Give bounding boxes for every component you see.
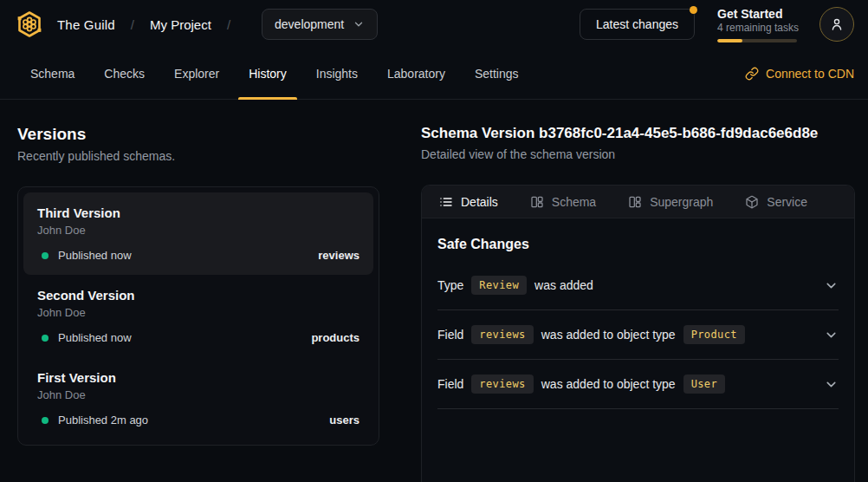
version-service: products xyxy=(311,331,360,344)
version-service: reviews xyxy=(318,249,360,262)
versions-panel: Versions Recently published schemas. Thi… xyxy=(0,100,400,482)
chevron-down-icon[interactable] xyxy=(824,278,839,293)
latest-changes-label: Latest changes xyxy=(596,17,678,31)
published-dot-icon xyxy=(42,335,49,342)
get-started-progressbar xyxy=(717,39,797,42)
schema-version-title: Schema Version b3768fc0-21a4-45e5-b686-f… xyxy=(421,125,855,142)
schema-version-subtitle: Detailed view of the schema version xyxy=(421,147,855,161)
get-started-title: Get Started xyxy=(717,7,797,22)
chevron-down-icon xyxy=(353,18,365,30)
safe-changes-heading: Safe Changes xyxy=(437,237,839,252)
project-name[interactable]: My Project xyxy=(150,17,211,32)
target-select-value: development xyxy=(275,17,344,31)
change-prefix: Type xyxy=(437,278,463,292)
schema-version-panel: Schema Version b3768fc0-21a4-45e5-b686-f… xyxy=(400,100,868,482)
tab-details[interactable]: Details xyxy=(439,195,498,209)
tab-laboratory[interactable]: Laboratory xyxy=(377,49,456,99)
get-started-widget[interactable]: Get Started 4 remaining tasks xyxy=(717,7,797,42)
breadcrumb-separator: / xyxy=(227,17,230,32)
version-author: John Doe xyxy=(37,305,360,320)
version-name: First Version xyxy=(37,369,360,386)
project-nav: Schema Checks Explorer History Insights … xyxy=(0,49,868,100)
published-dot-icon xyxy=(42,417,49,424)
latest-changes-button[interactable]: Latest changes xyxy=(580,9,695,40)
change-row[interactable]: Field reviews was added to object type P… xyxy=(437,310,839,360)
link-icon xyxy=(745,67,759,81)
tab-checks[interactable]: Checks xyxy=(94,49,155,99)
changes-content: Safe Changes Type Review was added Field… xyxy=(422,218,854,409)
version-status: Published 2m ago xyxy=(58,414,148,427)
nav-tabs: Schema Checks Explorer History Insights … xyxy=(20,49,529,99)
target-select[interactable]: development xyxy=(262,9,378,40)
version-status: Published now xyxy=(58,331,132,344)
breadcrumb-separator: / xyxy=(131,17,134,32)
version-service: users xyxy=(329,414,360,427)
chevron-down-icon[interactable] xyxy=(824,377,839,392)
version-meta: Published now reviews xyxy=(37,249,360,262)
detail-tabs: Details Schema xyxy=(422,186,854,218)
version-list-item[interactable]: First Version John Doe Published 2m ago … xyxy=(23,357,373,440)
change-prefix: Field xyxy=(437,328,463,342)
change-text: was added to object type xyxy=(541,328,676,342)
chevron-down-icon[interactable] xyxy=(824,328,839,342)
top-header: The Guild / My Project / development Lat… xyxy=(0,0,868,49)
get-started-progress-fill xyxy=(717,39,742,42)
published-dot-icon xyxy=(42,252,49,259)
main-content: Versions Recently published schemas. Thi… xyxy=(0,100,868,482)
app-page: The Guild / My Project / development Lat… xyxy=(0,0,868,482)
change-text: was added xyxy=(534,278,593,292)
version-name: Second Version xyxy=(37,287,360,303)
cube-icon xyxy=(745,195,759,209)
tab-service-label: Service xyxy=(767,195,807,209)
versions-list: Third Version John Doe Published now rev… xyxy=(17,186,379,446)
tab-schema-view[interactable]: Schema xyxy=(530,195,596,209)
tab-service[interactable]: Service xyxy=(745,195,807,209)
change-code-badge: reviews xyxy=(471,325,533,344)
tab-schema[interactable]: Schema xyxy=(20,49,85,99)
version-meta: Published now products xyxy=(37,331,360,344)
change-text: was added to object type xyxy=(541,377,676,391)
notification-dot xyxy=(690,6,697,14)
breadcrumb: The Guild / My Project / development xyxy=(14,9,378,40)
tab-history[interactable]: History xyxy=(238,49,297,99)
tab-supergraph-label: Supergraph xyxy=(650,195,713,209)
version-list-item[interactable]: Third Version John Doe Published now rev… xyxy=(23,192,373,275)
connect-to-cdn-label: Connect to CDN xyxy=(766,67,854,81)
tab-supergraph[interactable]: Supergraph xyxy=(628,195,713,209)
change-row[interactable]: Field reviews was added to object type U… xyxy=(437,360,839,409)
version-name: Third Version xyxy=(37,205,360,221)
header-right: Latest changes Get Started 4 remaining t… xyxy=(580,7,854,42)
change-code-badge: Review xyxy=(471,276,527,295)
user-avatar[interactable] xyxy=(819,7,854,42)
version-list-item[interactable]: Second Version John Doe Published now pr… xyxy=(23,275,373,357)
version-author: John Doe xyxy=(37,223,360,238)
change-code-badge: reviews xyxy=(471,375,533,394)
versions-title: Versions xyxy=(17,125,379,144)
list-icon xyxy=(439,195,453,209)
org-name[interactable]: The Guild xyxy=(57,17,115,32)
tab-explorer[interactable]: Explorer xyxy=(164,49,230,99)
tab-schema-label: Schema xyxy=(552,195,596,209)
hive-logo-icon[interactable] xyxy=(14,9,45,40)
tab-settings[interactable]: Settings xyxy=(464,49,529,99)
change-code-badge: User xyxy=(683,375,726,394)
tab-insights[interactable]: Insights xyxy=(306,49,368,99)
version-author: John Doe xyxy=(37,388,360,402)
user-icon xyxy=(829,16,845,32)
change-row[interactable]: Type Review was added xyxy=(437,261,839,310)
tab-details-label: Details xyxy=(461,195,498,209)
version-status: Published now xyxy=(58,249,132,262)
versions-subtitle: Recently published schemas. xyxy=(17,149,379,163)
panels-icon xyxy=(530,195,544,209)
version-meta: Published 2m ago users xyxy=(37,414,360,427)
connect-to-cdn-button[interactable]: Connect to CDN xyxy=(745,49,854,99)
schema-version-detail-box: Details Schema xyxy=(421,185,855,482)
panels-icon xyxy=(628,195,642,209)
change-prefix: Field xyxy=(437,377,463,391)
get-started-subtitle: 4 remaining tasks xyxy=(717,22,797,35)
change-code-badge: Product xyxy=(683,325,745,344)
